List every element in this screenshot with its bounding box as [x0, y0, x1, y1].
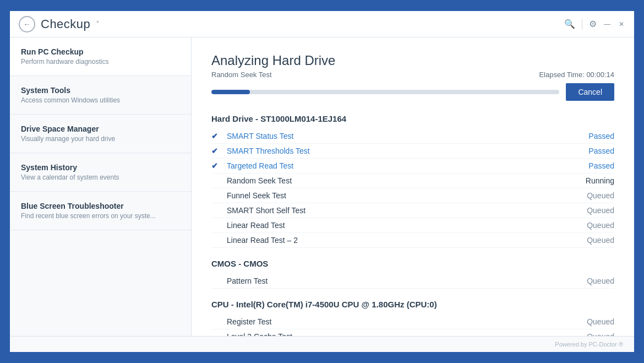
test-row: Linear Read Test – 2Queued	[211, 233, 614, 248]
sidebar-item-desc: Access common Windows utilities	[21, 96, 180, 104]
test-status: Passed	[570, 161, 614, 170]
progress-bar-row: Cancel	[211, 83, 614, 101]
test-status: Passed	[570, 132, 614, 140]
footer-text: Powered by PC-Doctor ®	[555, 341, 623, 348]
title-bar-left: ← Checkup ˅	[19, 16, 564, 32]
sidebar-item-run-pc-checkup[interactable]: Run PC Checkup Perform hardware diagnost…	[10, 37, 191, 76]
divider	[582, 19, 582, 29]
test-name: Linear Read Test – 2	[225, 236, 570, 245]
test-name[interactable]: SMART Status Test	[225, 132, 570, 140]
test-row: ✔SMART Thresholds TestPassed	[211, 144, 614, 159]
test-name: Random Seek Test	[225, 176, 570, 185]
back-icon: ←	[23, 20, 31, 29]
sidebar-item-drive-space-manager[interactable]: Drive Space Manager Visually manage your…	[10, 115, 191, 153]
sidebar-item-desc: Perform hardware diagnostics	[21, 58, 180, 66]
title-bar: ← Checkup ˅ 🔍 ⚙ — ✕	[10, 11, 634, 37]
section-cpu: CPU - Intel(R) Core(TM) i7-4500U CPU @ 1…	[211, 300, 614, 336]
test-status: Queued	[570, 206, 614, 215]
progress-track	[211, 90, 559, 94]
test-status: Queued	[570, 317, 614, 326]
progress-fill	[211, 90, 250, 94]
sidebar-item-desc: Find recent blue screen errors on your s…	[21, 212, 180, 220]
minimize-button[interactable]: —	[603, 20, 611, 28]
close-button[interactable]: ✕	[618, 20, 625, 28]
gear-icon[interactable]: ⚙	[589, 19, 597, 29]
app-window: ← Checkup ˅ 🔍 ⚙ — ✕ Run PC Checkup Perfo…	[8, 9, 636, 354]
section-header-cpu: CPU - Intel(R) Core(TM) i7-4500U CPU @ 1…	[211, 300, 614, 309]
sidebar-item-title: Drive Space Manager	[21, 124, 180, 133]
sidebar-item-blue-screen[interactable]: Blue Screen Troubleshooter Find recent b…	[10, 192, 191, 230]
back-button[interactable]: ←	[19, 16, 35, 32]
page-title: Analyzing Hard Drive	[211, 53, 614, 68]
test-check-icon: ✔	[211, 132, 225, 140]
test-row: Random Seek TestRunning	[211, 174, 614, 188]
test-row: Level 2 Cache TestQueued	[211, 329, 614, 336]
sidebar-item-title: Blue Screen Troubleshooter	[21, 202, 180, 210]
title-bar-right: 🔍 ⚙ — ✕	[564, 19, 625, 29]
test-row: Funnel Seek TestQueued	[211, 188, 614, 203]
app-title: Checkup	[41, 17, 90, 31]
test-status: Queued	[570, 191, 614, 200]
test-row: ✔Targeted Read TestPassed	[211, 159, 614, 174]
test-row: Linear Read TestQueued	[211, 218, 614, 233]
section-header-hard-drive: Hard Drive - ST1000LM014-1EJ164	[211, 114, 614, 123]
section-cmos: CMOS - CMOSPattern TestQueued	[211, 259, 614, 289]
test-status: Queued	[570, 236, 614, 245]
sidebar-item-title: Run PC Checkup	[21, 47, 180, 56]
progress-label: Random Seek Test	[211, 71, 272, 79]
test-status: Queued	[570, 221, 614, 230]
test-name: Pattern Test	[225, 277, 570, 285]
main-content: Analyzing Hard Drive Random Seek Test El…	[192, 37, 634, 336]
test-status: Queued	[570, 332, 614, 336]
sidebar: Run PC Checkup Perform hardware diagnost…	[10, 37, 192, 336]
content-area: Run PC Checkup Perform hardware diagnost…	[10, 37, 634, 336]
test-name[interactable]: Targeted Read Test	[225, 161, 570, 170]
test-row: Pattern TestQueued	[211, 274, 614, 289]
sidebar-item-title: System History	[21, 163, 180, 172]
test-name[interactable]: SMART Thresholds Test	[225, 147, 570, 155]
test-row: ✔SMART Status TestPassed	[211, 129, 614, 144]
cancel-button[interactable]: Cancel	[566, 83, 614, 101]
test-name: Funnel Seek Test	[225, 191, 570, 200]
test-name: Level 2 Cache Test	[225, 332, 570, 336]
sidebar-item-desc: Visually manage your hard drive	[21, 135, 180, 143]
test-name: Linear Read Test	[225, 221, 570, 230]
footer: Powered by PC-Doctor ®	[10, 336, 634, 352]
sidebar-item-system-tools[interactable]: System Tools Access common Windows utili…	[10, 76, 191, 115]
elapsed-time: Elapsed Time: 00:00:14	[539, 71, 614, 79]
test-check-icon: ✔	[211, 147, 225, 155]
progress-header-row: Random Seek Test Elapsed Time: 00:00:14	[211, 71, 614, 79]
test-status: Running	[570, 176, 614, 185]
test-status: Passed	[570, 147, 614, 155]
section-hard-drive: Hard Drive - ST1000LM014-1EJ164✔SMART St…	[211, 114, 614, 248]
sidebar-item-desc: View a calendar of system events	[21, 174, 180, 181]
test-row: Register TestQueued	[211, 315, 614, 329]
test-status: Queued	[570, 277, 614, 285]
test-row: SMART Short Self TestQueued	[211, 203, 614, 218]
section-header-cmos: CMOS - CMOS	[211, 259, 614, 268]
test-name: Register Test	[225, 317, 570, 326]
test-name: SMART Short Self Test	[225, 206, 570, 215]
test-sections: Hard Drive - ST1000LM014-1EJ164✔SMART St…	[211, 114, 614, 336]
test-check-icon: ✔	[211, 161, 225, 170]
sidebar-item-system-history[interactable]: System History View a calendar of system…	[10, 153, 191, 192]
search-icon[interactable]: 🔍	[564, 19, 575, 29]
chevron-down-icon: ˅	[96, 20, 100, 29]
sidebar-item-title: System Tools	[21, 86, 180, 95]
